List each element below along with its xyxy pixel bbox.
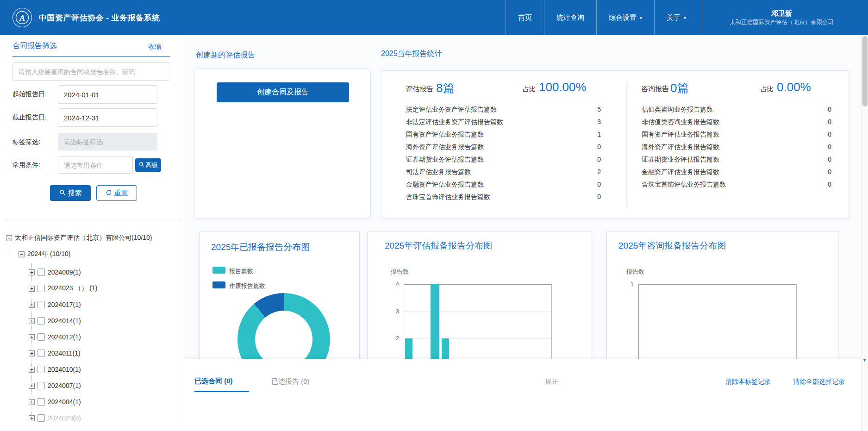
tree-item-checkbox[interactable]	[37, 269, 45, 276]
tree-item-checkbox[interactable]	[37, 414, 45, 422]
tree-item-checkbox[interactable]	[37, 333, 45, 341]
tree-root-node[interactable]: − 太和正信国际资产评估（北京）有限公司(10/10)	[6, 232, 152, 244]
x-gridline	[404, 338, 551, 339]
tree-item-checkbox[interactable]	[37, 350, 45, 357]
collapse-node-icon[interactable]: −	[6, 235, 12, 241]
tree-item[interactable]: + 2024014(1)	[29, 315, 81, 326]
user-name: 邓卫新	[771, 9, 792, 18]
tree-item-checkbox[interactable]	[37, 398, 45, 406]
stat-row-label: 含珠宝首饰评估业务报告篇数	[406, 193, 490, 201]
legend-label-voided[interactable]: 作废报告篇数	[229, 282, 265, 290]
end-date-input[interactable]	[58, 108, 157, 127]
consulting-ratio-value: 0.00%	[777, 80, 811, 94]
expand-node-icon[interactable]: +	[29, 415, 35, 421]
tree-item[interactable]: + 2024007(1)	[29, 380, 81, 391]
legend-swatch-voided[interactable]	[212, 281, 225, 288]
stat-row-value: 0	[816, 156, 831, 163]
nav-item-home[interactable]: 首页	[506, 0, 544, 35]
user-block[interactable]: 邓卫新 太和正信国际资产评估（北京）有限公司	[702, 0, 861, 35]
tree-item[interactable]: + 2024023 （） (1)	[29, 283, 97, 294]
tree-item-checkbox[interactable]	[37, 317, 45, 325]
stat-row-label: 非法定评估业务资产评估报告篇数	[406, 118, 503, 126]
tree-item-checkbox[interactable]	[37, 301, 45, 308]
stats-divider	[626, 82, 627, 208]
bar-report[interactable]	[431, 284, 439, 370]
search-button[interactable]: 搜索	[50, 185, 91, 201]
tree-item[interactable]: + 2024012(1)	[29, 331, 81, 343]
clear-current-tab-link[interactable]: 清除本标签记录	[725, 378, 771, 386]
expand-node-icon[interactable]: +	[29, 286, 35, 292]
stat-row-value: 0	[816, 118, 831, 125]
expand-node-icon[interactable]: +	[29, 383, 35, 389]
collapse-panel-link[interactable]: 收缩	[148, 43, 161, 51]
stat-row-label: 法定评估业务资产评估报告篇数	[406, 106, 497, 114]
start-date-input[interactable]	[58, 85, 157, 104]
tree-item-checkbox[interactable]	[37, 366, 45, 373]
stat-row-label: 海外资产评估业务报告篇数	[642, 143, 719, 151]
expand-panel-link[interactable]: 展开	[545, 378, 558, 386]
expand-node-icon[interactable]: +	[29, 302, 35, 308]
ratio-label: 占比	[523, 85, 536, 94]
expand-node-icon[interactable]: +	[29, 350, 35, 356]
expand-node-icon[interactable]: +	[29, 367, 35, 373]
tag-filter-input[interactable]	[58, 133, 157, 150]
nav-item-about[interactable]: 关于▾	[654, 0, 698, 35]
tree-item[interactable]: + 2024017(1)	[29, 299, 81, 310]
nav-item-stats-query[interactable]: 统计查询	[544, 0, 596, 35]
tree-item[interactable]: + 2024011(1)	[29, 348, 81, 359]
tree-item[interactable]: + 2024010(1)	[29, 364, 81, 375]
stat-row-label: 含珠宝首饰评估业务报告篇数	[642, 181, 726, 189]
selection-footer-bar: 已选合同 (0) 已选报告 (0) 展开 清除本标签记录 清除全部选择记录	[184, 359, 861, 431]
create-section-heading: 创建新的评估报告	[196, 50, 255, 60]
tree-item-label: 2024023(0)	[48, 414, 81, 422]
expand-node-icon[interactable]: +	[29, 269, 35, 275]
create-report-card: 创建合同及报告	[194, 69, 371, 219]
collapse-node-icon[interactable]: −	[19, 251, 25, 257]
vertical-scrollbar[interactable]: ▼	[861, 35, 868, 431]
user-organization: 太和正信国际资产评估（北京）有限公司	[730, 18, 834, 26]
refresh-icon	[106, 189, 112, 197]
plot-right-border	[551, 284, 552, 370]
expand-node-icon[interactable]: +	[29, 318, 35, 324]
annual-stats-card: 评估报告 8篇 占比 100.00% 法定评估业务资产评估报告篇数5 非法定评估…	[381, 70, 849, 219]
page: A 中国资产评估协会 - 业务报备系统 首页 统计查询 综合设置▾ 关于▾ 邓卫…	[0, 0, 868, 431]
tab-selected-reports[interactable]: 已选报告 (0)	[271, 377, 310, 386]
y-tick: 2	[385, 335, 399, 342]
end-date-label: 截止报告日:	[12, 113, 47, 122]
legend-label-reports[interactable]: 报告篇数	[229, 267, 253, 275]
expand-node-icon[interactable]: +	[29, 399, 35, 405]
tree-item-checkbox[interactable]	[37, 285, 45, 292]
legend-swatch-reports[interactable]	[212, 267, 225, 274]
expand-node-icon[interactable]: +	[29, 334, 35, 340]
tree-item[interactable]: + 2024004(1)	[29, 396, 81, 407]
stat-row-value: 0	[585, 156, 601, 163]
nav-item-settings[interactable]: 综合设置▾	[596, 0, 654, 35]
y-axis-label: 报告数	[391, 268, 409, 276]
tree-item-label: 2024017(1)	[48, 301, 81, 308]
advanced-search-button[interactable]: 高级	[135, 158, 161, 172]
clear-all-selection-link[interactable]: 清除全部选择记录	[793, 378, 845, 386]
scrollbar-thumb[interactable]	[862, 36, 868, 106]
app-logo-icon: A	[12, 7, 32, 28]
common-condition-input[interactable]	[58, 156, 133, 174]
stat-row-value: 0	[585, 193, 601, 200]
tree-item-disabled[interactable]: + 2024023(0)	[29, 412, 81, 424]
tree-item-label: 2024009(1)	[48, 269, 81, 276]
tree-item-label: 2024014(1)	[48, 317, 81, 325]
main-content: 创建新的评估报告 创建合同及报告 2025当年报告统计 评估报告 8篇 占比 1…	[184, 35, 861, 431]
stat-row-label: 国有资产评估业务报告篇数	[642, 131, 719, 139]
y-axis-line	[638, 284, 639, 370]
tab-selected-contracts[interactable]: 已选合同 (0)	[194, 377, 233, 386]
tree-year-node[interactable]: − 2024年 (10/10)	[19, 249, 70, 260]
reset-button[interactable]: 重置	[96, 185, 137, 201]
keyword-search-input[interactable]	[12, 62, 170, 81]
filter-sidebar: 合同报告筛选 收缩 起始报告日: 截止报告日: 标签筛选: 常用条件: 高级 搜…	[0, 35, 184, 431]
scroll-down-caret-icon[interactable]: ▼	[862, 358, 867, 362]
create-contract-report-button[interactable]: 创建合同及报告	[217, 82, 349, 102]
stat-row-value: 0	[816, 131, 831, 138]
tree-year-label: 2024年 (10/10)	[27, 250, 70, 258]
tree-item-checkbox[interactable]	[37, 382, 45, 389]
search-icon	[59, 189, 66, 197]
tree-item[interactable]: + 2024009(1)	[29, 267, 81, 278]
assessment-chart-title: 2025年评估报备报告分布图	[385, 240, 492, 252]
